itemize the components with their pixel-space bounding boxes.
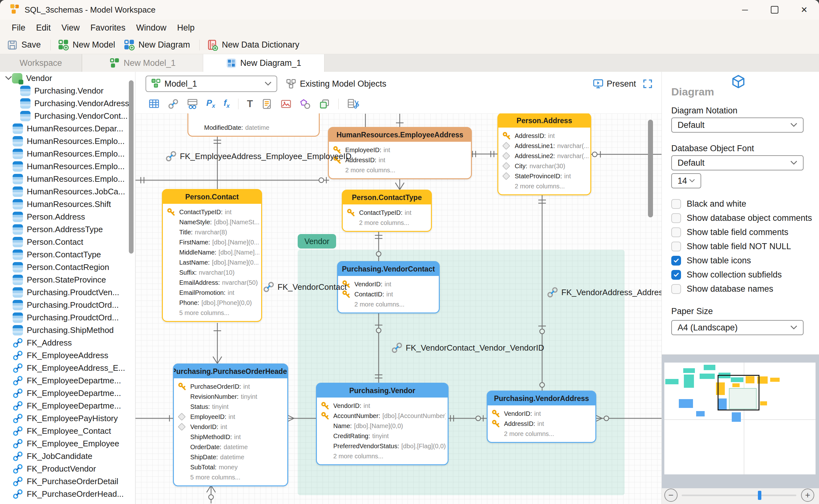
- entity-vendor[interactable]: Purchasing.VendorVendorID:intAccountNumb…: [316, 383, 449, 465]
- tab-new-model-1[interactable]: New Model_1: [82, 54, 203, 72]
- more-columns-note[interactable]: 2 more columns...: [502, 181, 588, 191]
- sidebar-item-fk-purchaseorderhead[interactable]: FK_PurchaseOrderHead...: [0, 488, 135, 500]
- new-diagram-button[interactable]: New Diagram: [123, 39, 190, 51]
- menu-item-window[interactable]: Window: [131, 23, 172, 33]
- sidebar-item-purchasing-proudctord[interactable]: Purchasing.ProudctOrd...: [0, 299, 135, 311]
- sidebar-item-purchasing-shipmethod[interactable]: Purchasing.ShipMethod: [0, 324, 135, 336]
- menu-item-file[interactable]: File: [6, 23, 31, 33]
- sidebar-item-person-contact[interactable]: Person.Contact: [0, 236, 135, 248]
- sidebar-item-fk-employeeaddress-e[interactable]: FK_EmployeeAddress_E...: [0, 362, 135, 374]
- new-relation-icon[interactable]: [168, 98, 179, 110]
- text-tool-icon[interactable]: T: [247, 98, 253, 110]
- canvas-scrollbar[interactable]: [648, 120, 653, 217]
- present-button[interactable]: Present: [593, 76, 636, 92]
- tab-workspace[interactable]: Workspace: [0, 54, 82, 72]
- checkbox-show-collection-subfields[interactable]: Show collection subfields: [671, 269, 782, 281]
- minimap[interactable]: [662, 354, 819, 489]
- checkbox-box[interactable]: [671, 213, 681, 223]
- sidebar-item-purchasing-proudctven[interactable]: Purchasing.ProudctVen...: [0, 286, 135, 299]
- more-columns-note[interactable]: 2 more columns...: [491, 429, 593, 439]
- more-columns-note[interactable]: 5 more columns...: [167, 308, 259, 318]
- sidebar-scrollbar[interactable]: [129, 80, 134, 254]
- menu-item-view[interactable]: View: [56, 23, 85, 33]
- model-selector-dropdown[interactable]: Model_1: [146, 76, 277, 92]
- entity-person-contacttype[interactable]: Person.ContactTypeContactTypeID:int2 mor…: [342, 190, 432, 232]
- sidebar-item-vendor[interactable]: Vendor: [0, 72, 135, 84]
- note-tool-icon[interactable]: [261, 99, 272, 109]
- vendor-group-label[interactable]: Vendor: [298, 234, 336, 249]
- entity-vendor-contact[interactable]: Purchasing.VendorContactVendorID:intCont…: [337, 261, 440, 313]
- image-tool-icon[interactable]: [281, 99, 291, 109]
- sidebar-item-fk-employee-contact[interactable]: FK_Employee_Contact: [0, 425, 135, 437]
- duplicate-tool-icon[interactable]: [319, 99, 330, 109]
- sidebar-item-fk-jobcandidate[interactable]: FK_JobCandidate: [0, 450, 135, 462]
- save-button[interactable]: Save: [7, 40, 41, 50]
- sidebar-item-fk-employeepayhistory[interactable]: FK_EmployeePayHistory: [0, 412, 135, 425]
- checkbox-box[interactable]: [671, 199, 681, 209]
- maximize-button[interactable]: [760, 0, 789, 20]
- sidebar-item-purchasing-proudctord[interactable]: Purchasing.ProudctOrd...: [0, 311, 135, 324]
- checkbox-box[interactable]: [671, 270, 681, 280]
- relationship-label-fk-employee-address-employee[interactable]: FK_EmployeeAddress_Employee_EmployeeID: [165, 151, 352, 162]
- sidebar-item-person-addresstype[interactable]: Person.AddressType: [0, 223, 135, 236]
- sidebar-item-fk-productvendor[interactable]: FK_ProductVendor: [0, 462, 135, 475]
- menu-item-help[interactable]: Help: [172, 23, 200, 33]
- diagram-canvas[interactable]: Vendor ModifiedDate: datetime HumanResou…: [135, 113, 661, 504]
- minimap-page[interactable]: [664, 363, 816, 474]
- sidebar-item-person-stateprovince[interactable]: Person.StateProvince: [0, 273, 135, 286]
- entity-vendor-address[interactable]: Purchasing.VendorAddressVendorID:intAddr…: [487, 391, 596, 443]
- new-data-dictionary-button[interactable]: DNew Data Dictionary: [207, 39, 299, 51]
- sidebar-item-fk-employeeaddress[interactable]: FK_EmployeeAddress: [0, 349, 135, 362]
- sidebar-item-fk-employeedepartme[interactable]: FK_EmployeeDepartme...: [0, 374, 135, 387]
- sidebar-item-humanresources-depar[interactable]: HumanResources.Depar...: [0, 122, 135, 135]
- paper-size-select[interactable]: A4 (Landscape): [671, 320, 804, 335]
- sidebar-item-fk-employee-employee[interactable]: FK_Employee_Employee: [0, 437, 135, 450]
- minimize-button[interactable]: ─: [730, 0, 760, 20]
- menu-item-edit[interactable]: Edit: [31, 23, 56, 33]
- existing-model-objects-button[interactable]: Existing Model Objects: [286, 76, 387, 92]
- relationship-label-fk-vendor-contact[interactable]: FK_VendorContact: [263, 281, 347, 293]
- checkbox-box[interactable]: [671, 256, 681, 266]
- checkbox-box[interactable]: [671, 242, 681, 251]
- relationship-label-fk-vendor-address-address[interactable]: FK_VendorAddress_Address_: [547, 287, 661, 298]
- sidebar-item-purchasing-vendor[interactable]: Purchasing.Vendor: [0, 84, 135, 97]
- checkbox-show-database-names[interactable]: Show database names: [671, 283, 773, 295]
- relationship-label-fk-vendor-contact-vendor[interactable]: FK_VendorContact_Vendor_VendorID: [391, 342, 544, 353]
- sidebar-item-fk-purchaseorderdetail[interactable]: FK_PurchaseOrderDetail: [0, 475, 135, 488]
- diagram-notation-select[interactable]: Default: [671, 117, 804, 133]
- sidebar-item-humanresources-emplo[interactable]: HumanResources.Emplo...: [0, 135, 135, 147]
- sidebar-item-person-address[interactable]: Person.Address: [0, 210, 135, 223]
- sidebar-item-person-contactregion[interactable]: Person.ContactRegion: [0, 261, 135, 273]
- sidebar-item-purchasing-vendoradress[interactable]: Purchasing.VendorAdress: [0, 97, 135, 110]
- new-fk-table-icon[interactable]: [187, 99, 198, 109]
- function-tool-icon[interactable]: fx: [224, 98, 230, 109]
- zoom-out-button[interactable]: −: [664, 489, 678, 502]
- sidebar-item-fk-address[interactable]: FK_Address: [0, 336, 135, 349]
- sidebar-item-humanresources-emplo[interactable]: HumanResources.Emplo...: [0, 147, 135, 160]
- sidebar-item-fk-employeedepartme[interactable]: FK_EmployeeDepartme...: [0, 399, 135, 412]
- more-columns-note[interactable]: 2 more columns...: [347, 218, 429, 228]
- new-model-button[interactable]: New Model: [58, 39, 115, 51]
- entity-employee-partial[interactable]: ModifiedDate: datetime: [187, 113, 320, 137]
- entity-person-contact[interactable]: Person.ContactContactTypeID:intNameStyle…: [162, 189, 262, 322]
- sidebar-item-fk-employeedepartme[interactable]: FK_EmployeeDepartme...: [0, 387, 135, 399]
- sidebar-item-humanresources-emplo[interactable]: HumanResources.Emplo...: [0, 160, 135, 173]
- checkbox-show-table-field-comments[interactable]: Show table field comments: [671, 226, 788, 238]
- more-columns-note[interactable]: 2 more columns...: [333, 165, 469, 175]
- sidebar-item-humanresources-jobca[interactable]: HumanResources.JobCa...: [0, 185, 135, 198]
- shape-tool-icon[interactable]: [300, 99, 311, 109]
- sidebar-item-purchasing-vendorcont[interactable]: Purchasing.VendorCont...: [0, 110, 135, 122]
- zoom-in-button[interactable]: +: [801, 489, 814, 502]
- fullscreen-button[interactable]: [643, 79, 653, 90]
- close-button[interactable]: ✕: [789, 0, 819, 20]
- minimap-viewport[interactable]: [718, 375, 759, 410]
- checkbox-box[interactable]: [671, 227, 681, 237]
- more-columns-note[interactable]: 2 more columns...: [321, 451, 446, 461]
- checkbox-show-database-object-comments[interactable]: Show database object comments: [671, 212, 812, 224]
- db-object-font-select[interactable]: Default: [671, 155, 804, 170]
- sidebar-item-person-contacttype[interactable]: Person.ContactType: [0, 248, 135, 261]
- sidebar-item-humanresources-shift[interactable]: HumanResources.Shift: [0, 198, 135, 210]
- menu-item-favorites[interactable]: Favorites: [85, 23, 131, 33]
- more-columns-note[interactable]: 2 more columns...: [342, 299, 437, 309]
- primary-key-tool-icon[interactable]: Px: [206, 98, 215, 109]
